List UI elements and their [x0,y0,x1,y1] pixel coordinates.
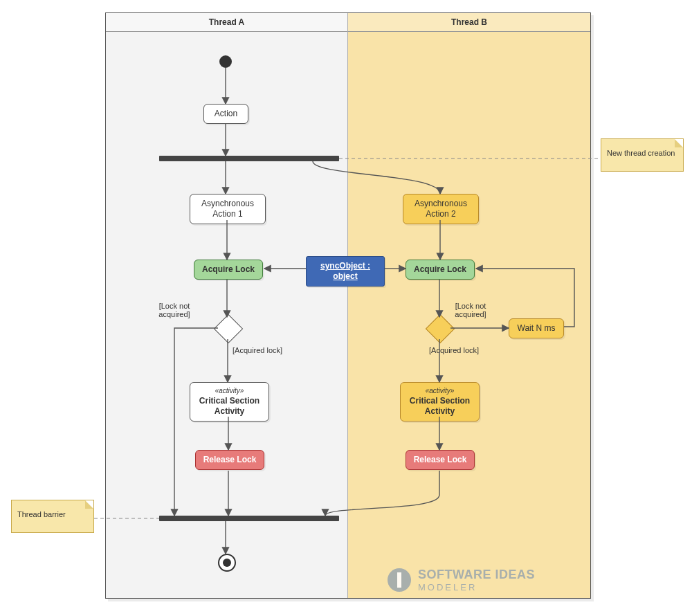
stereotype-label-b: «activity» [408,387,472,396]
node-acquire-lock-b: Acquire Lock [406,260,475,280]
guard-not-acquired-b: [Lock not acquired] [443,302,498,318]
critical-section-label-b: Critical Section Activity [408,396,472,417]
lane-header-a: Thread A [106,13,347,32]
guard-acquired-b: [Acquired lock] [429,346,479,354]
node-release-lock-a: Release Lock [195,450,264,470]
node-async-action-1: Asynchronous Action 1 [190,194,266,224]
lane-header-b: Thread B [348,13,590,32]
watermark-logo: SOFTWARE IDEAS MODELER [388,568,535,592]
stereotype-label-a: «activity» [197,387,262,396]
note-new-thread: New thread creation [601,138,684,172]
watermark-line2: MODELER [418,582,535,592]
node-async-action-2: Asynchronous Action 2 [403,194,479,224]
critical-section-label-a: Critical Section Activity [197,396,262,417]
node-action: Action [203,104,248,124]
final-node [218,554,236,572]
note-thread-barrier: Thread barrier [11,500,94,533]
node-acquire-lock-a: Acquire Lock [194,260,263,280]
node-critical-section-b: «activity» Critical Section Activity [400,382,480,422]
fork-bar [159,156,339,161]
node-critical-section-a: «activity» Critical Section Activity [190,382,269,422]
swimlane-thread-a: Thread A [106,13,348,598]
join-bar [159,516,339,521]
guard-not-acquired-a: [Lock not acquired] [147,302,202,318]
node-wait-n-ms: Wait N ms [509,318,564,338]
watermark-icon [388,568,411,592]
initial-node [219,55,232,68]
node-sync-object: syncObject : object [306,256,385,287]
node-release-lock-b: Release Lock [406,450,475,470]
watermark-line1: SOFTWARE IDEAS [418,568,535,581]
guard-acquired-a: [Acquired lock] [233,346,282,354]
